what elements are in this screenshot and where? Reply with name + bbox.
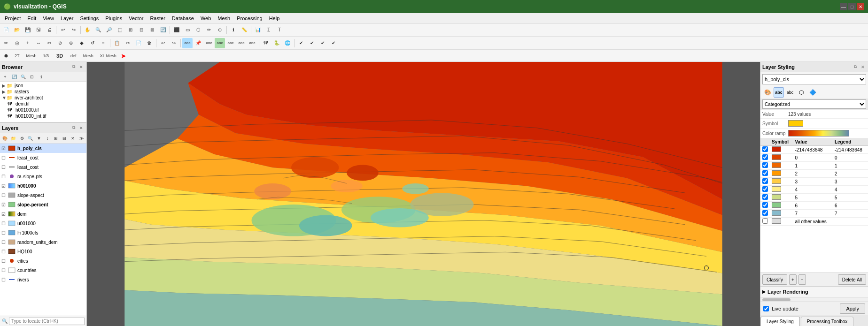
open-layer-style-btn[interactable]: 🎨 xyxy=(1,134,9,143)
layer-item-countries[interactable]: ☐ countries xyxy=(0,265,86,275)
layer-check-countries[interactable]: ☐ xyxy=(1,268,8,273)
layer-check-h-poly-cls[interactable]: ☑ xyxy=(1,146,8,151)
live-update-checkbox[interactable] xyxy=(763,306,769,311)
maximize-button[interactable]: □ xyxy=(848,3,856,10)
more-layers-btn[interactable]: ≫ xyxy=(78,134,85,143)
identify-btn[interactable]: ℹ xyxy=(228,25,239,35)
layer-check-lc2[interactable]: ☐ xyxy=(1,165,8,170)
browser-float-btn[interactable]: ⧉ xyxy=(70,64,77,70)
globe-btn[interactable]: 🌐 xyxy=(282,38,293,48)
zoom-sel-btn[interactable]: ⊠ xyxy=(147,25,157,35)
class-row-2[interactable]: 1 1 xyxy=(760,162,868,170)
layer-check-rivers[interactable]: ☐ xyxy=(1,277,8,282)
layer-item-slope-percent[interactable]: ☑ slope-percent xyxy=(0,200,86,209)
browser-item-json[interactable]: ▶ 📁 json xyxy=(1,83,85,89)
styling-close-btn[interactable]: ✕ xyxy=(860,64,866,70)
layer-item-random[interactable]: ☐ random_units_dem xyxy=(0,237,86,247)
class-check-2[interactable] xyxy=(762,162,768,168)
browser-item-h001000int[interactable]: 🗺 h001000_int.tif xyxy=(1,113,85,119)
undo2-btn[interactable]: ↩ xyxy=(158,38,168,48)
class-row-1[interactable]: 0 0 xyxy=(760,154,868,162)
class-check-1[interactable] xyxy=(762,154,768,160)
def-mesh-btn[interactable]: def xyxy=(68,51,79,61)
minimize-button[interactable]: — xyxy=(840,3,847,10)
layer-check-h001000[interactable]: ☑ xyxy=(1,183,8,189)
xl-mesh-btn[interactable]: XL Mesh xyxy=(98,51,119,61)
select-btn[interactable]: ⬛ xyxy=(171,25,182,35)
class-row-0[interactable]: -2147483648 -2147483648 xyxy=(760,146,868,154)
btn-3d[interactable]: 3D xyxy=(53,51,66,61)
select-poly-btn[interactable]: ⬡ xyxy=(193,25,203,35)
layer-check-lc1[interactable]: ☐ xyxy=(1,155,8,160)
menu-mesh[interactable]: Mesh xyxy=(215,15,233,22)
menu-database[interactable]: Database xyxy=(169,15,197,22)
h-scrollbar[interactable] xyxy=(760,297,868,302)
layer-item-h001000[interactable]: ☑ h001000 xyxy=(0,181,86,190)
layer-check-sa[interactable]: ☐ xyxy=(1,193,8,198)
tab-layer-styling[interactable]: Layer Styling xyxy=(760,317,800,326)
label-btn[interactable]: abc xyxy=(182,38,193,48)
save-btn[interactable]: 💾 xyxy=(23,25,33,35)
layer-item-hq100[interactable]: ☐ HQ100 xyxy=(0,247,86,256)
check-btn4[interactable]: ✔ xyxy=(328,38,339,48)
zoom-full-btn[interactable]: ⊞ xyxy=(125,25,136,35)
class-row-6[interactable]: 5 5 xyxy=(760,194,868,202)
layers-close-btn[interactable]: ✕ xyxy=(78,125,85,131)
manage-layer-btn[interactable]: ⚙ xyxy=(18,134,26,143)
layer-item-least-cost-2[interactable]: ☐ least_cost xyxy=(0,162,86,172)
menu-project[interactable]: Project xyxy=(2,15,23,22)
layer-item-rivers[interactable]: ☐ rivers xyxy=(0,275,86,284)
search-input[interactable] xyxy=(9,318,85,325)
redo2-btn[interactable]: ↪ xyxy=(169,38,179,48)
georef-btn[interactable]: 🗺 xyxy=(261,38,271,48)
stat-summary-btn[interactable]: Σ xyxy=(264,25,274,35)
add-class-btn[interactable]: + xyxy=(789,274,797,285)
add-feature-btn[interactable]: + xyxy=(23,38,33,48)
copy-btn[interactable]: 📄 xyxy=(133,38,144,48)
menu-raster[interactable]: Raster xyxy=(147,15,168,22)
menu-web[interactable]: Web xyxy=(198,15,214,22)
class-check-6[interactable] xyxy=(762,194,768,200)
layers-float-btn[interactable]: ⧉ xyxy=(70,125,77,131)
close-button[interactable]: ✕ xyxy=(857,3,864,10)
classify-button[interactable]: Classify xyxy=(762,274,787,285)
digitize-btn[interactable]: ✏ xyxy=(1,38,11,48)
class-row-8[interactable]: 7 7 xyxy=(760,210,868,218)
label-tool-btn3[interactable]: abc xyxy=(215,38,225,48)
python-btn[interactable]: 🐍 xyxy=(271,38,282,48)
style-diagram-icon[interactable]: 🔷 xyxy=(807,87,818,98)
undo-btn[interactable]: ↩ xyxy=(58,25,68,35)
filter-legend-btn[interactable]: ▼ xyxy=(35,134,43,143)
class-check-9[interactable] xyxy=(762,218,768,224)
browser-close-btn[interactable]: ✕ xyxy=(78,64,85,70)
mesh-btn[interactable]: ⬢ xyxy=(2,51,10,61)
class-check-0[interactable] xyxy=(762,146,768,152)
styling-float-btn[interactable]: ⧉ xyxy=(852,64,859,70)
remove-class-btn[interactable]: − xyxy=(798,274,806,285)
select-rect-btn[interactable]: ▭ xyxy=(182,25,193,35)
browser-collapse-btn[interactable]: ⊟ xyxy=(28,73,36,81)
layer-selector[interactable]: h_poly_cls xyxy=(762,74,866,84)
layer-check-fr[interactable]: ☐ xyxy=(1,230,8,235)
delete-all-button[interactable]: Delete All xyxy=(838,274,866,285)
label-tool-btn4[interactable]: abc xyxy=(225,38,236,48)
browser-item-h001000[interactable]: 🗺 h001000.tif xyxy=(1,107,85,113)
select-radius-btn[interactable]: ⊙ xyxy=(215,25,225,35)
move-feature-btn[interactable]: ↔ xyxy=(33,38,44,48)
class-check-8[interactable] xyxy=(762,210,768,216)
zoom-native-btn[interactable]: ⬚ xyxy=(115,25,125,35)
class-check-3[interactable] xyxy=(762,170,768,176)
layer-check-dem[interactable]: ☑ xyxy=(1,212,8,217)
label-tool-btn2[interactable]: abc xyxy=(204,38,214,48)
layer-check-u[interactable]: ☐ xyxy=(1,221,8,226)
offset-btn[interactable]: ≡ xyxy=(98,38,108,48)
select-freehand-btn[interactable]: ✏ xyxy=(204,25,214,35)
layer-check-ra[interactable]: ☐ xyxy=(1,174,8,179)
mesh3-btn[interactable]: Mesh xyxy=(81,51,96,61)
class-row-5[interactable]: 4 4 xyxy=(760,186,868,194)
menu-layer[interactable]: Layer xyxy=(58,15,77,22)
menu-settings[interactable]: Settings xyxy=(77,15,101,22)
layer-check-rand[interactable]: ☐ xyxy=(1,240,8,245)
edit-node-btn[interactable]: ◎ xyxy=(12,38,22,48)
annotation-btn[interactable]: T xyxy=(274,25,285,35)
